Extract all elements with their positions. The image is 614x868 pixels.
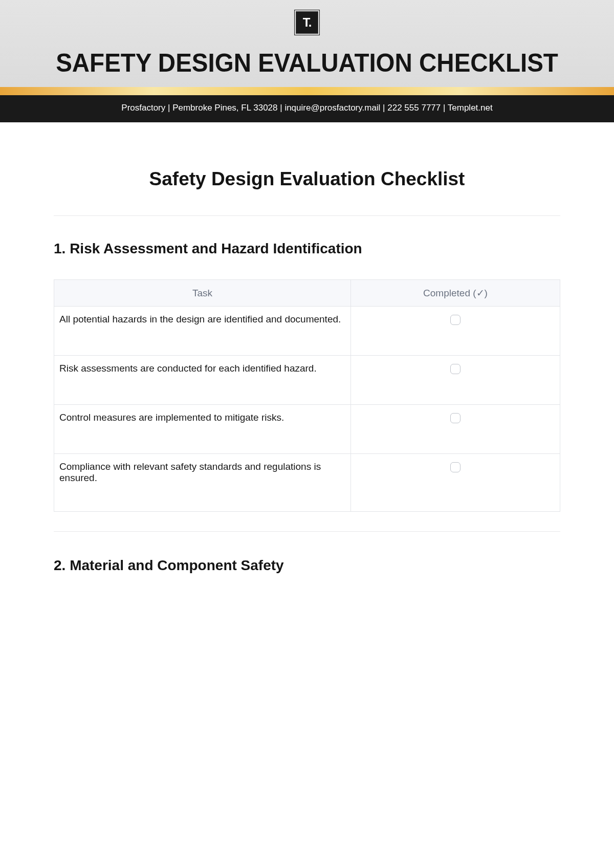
checkbox[interactable] — [450, 462, 461, 472]
content: Safety Design Evaluation Checklist 1. Ri… — [0, 122, 614, 574]
gold-divider — [0, 87, 614, 95]
section-title-2: 2. Material and Component Safety — [54, 557, 560, 574]
task-cell: All potential hazards in the design are … — [54, 307, 351, 356]
col-completed: Completed (✓) — [351, 280, 560, 307]
divider — [54, 215, 560, 216]
col-task: Task — [54, 280, 351, 307]
table-row: Risk assessments are conducted for each … — [54, 356, 560, 405]
section-title-1: 1. Risk Assessment and Hazard Identifica… — [54, 241, 560, 257]
completed-cell — [351, 405, 560, 454]
table-row: Control measures are implemented to miti… — [54, 405, 560, 454]
document-heading: Safety Design Evaluation Checklist — [54, 168, 560, 190]
brand-logo: T. — [296, 11, 318, 34]
completed-cell — [351, 307, 560, 356]
checkbox[interactable] — [450, 315, 461, 325]
info-bar: Prosfactory | Pembroke Pines, FL 33028 |… — [0, 95, 614, 122]
divider — [54, 531, 560, 532]
logo-text: T. — [303, 15, 312, 30]
task-cell: Risk assessments are conducted for each … — [54, 356, 351, 405]
header-zone: T. SAFETY DESIGN EVALUATION CHECKLIST Pr… — [0, 0, 614, 122]
table-row: Compliance with relevant safety standard… — [54, 454, 560, 512]
table-header-row: Task Completed (✓) — [54, 280, 560, 307]
completed-cell — [351, 454, 560, 512]
checkbox[interactable] — [450, 413, 461, 423]
completed-cell — [351, 356, 560, 405]
task-cell: Control measures are implemented to miti… — [54, 405, 351, 454]
table-row: All potential hazards in the design are … — [54, 307, 560, 356]
logo-wrap: T. — [0, 11, 614, 34]
task-cell: Compliance with relevant safety standard… — [54, 454, 351, 512]
main-title: SAFETY DESIGN EVALUATION CHECKLIST — [15, 48, 599, 87]
checkbox[interactable] — [450, 364, 461, 374]
checklist-table-1: Task Completed (✓) All potential hazards… — [54, 279, 560, 512]
